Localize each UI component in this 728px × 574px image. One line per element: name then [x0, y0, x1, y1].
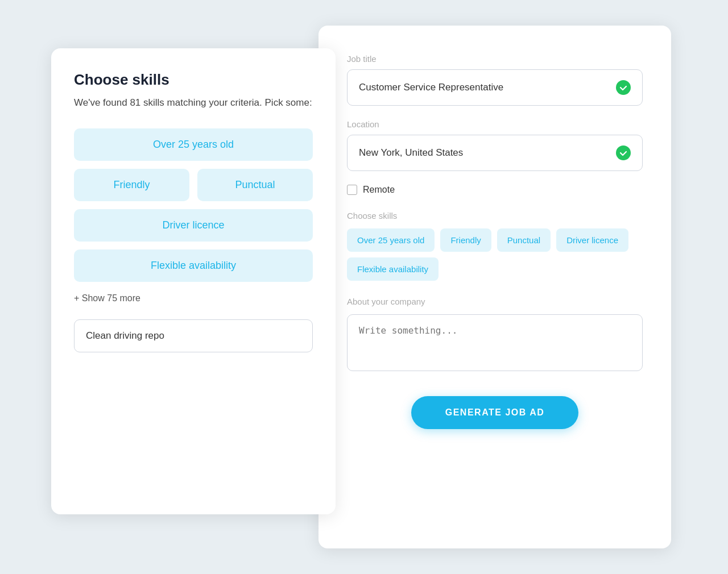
location-check-icon [616, 145, 631, 160]
remote-row: Remote [347, 185, 643, 195]
about-label: About your company [347, 297, 643, 306]
skill-row-3: Driver licence [74, 209, 313, 242]
skill-row-1: Over 25 years old [74, 128, 313, 161]
location-field[interactable]: New York, United States [347, 135, 643, 171]
about-textarea[interactable] [347, 314, 643, 371]
skills-list: Over 25 years old Friendly Punctual Driv… [74, 128, 313, 282]
right-chip-flexible[interactable]: Flexible availability [347, 257, 439, 281]
job-title-label: Job title [347, 54, 643, 64]
right-chip-over-25[interactable]: Over 25 years old [347, 228, 435, 252]
location-value: New York, United States [359, 147, 463, 159]
show-more-link[interactable]: + Show 75 more [74, 293, 313, 303]
right-chip-punctual[interactable]: Punctual [497, 228, 551, 252]
skill-chip-punctual[interactable]: Punctual [197, 169, 313, 201]
job-title-value: Customer Service Representative [359, 82, 503, 93]
remote-checkbox[interactable] [347, 185, 357, 195]
right-skills-chips: Over 25 years old Friendly Punctual Driv… [347, 228, 643, 281]
choose-skills-label: Choose skills [347, 211, 643, 221]
right-panel: Job title Customer Service Representativ… [318, 26, 671, 548]
job-title-field[interactable]: Customer Service Representative [347, 69, 643, 106]
left-title: Choose skills [74, 71, 313, 89]
location-label: Location [347, 119, 643, 129]
left-panel: Choose skills We've found 81 skills matc… [51, 48, 336, 514]
skill-search-input[interactable] [74, 319, 313, 352]
skill-row-4: Flexible availability [74, 249, 313, 282]
main-container: Choose skills We've found 81 skills matc… [51, 26, 677, 548]
left-subtitle: We've found 81 skills matching your crit… [74, 95, 313, 110]
skill-row-2: Friendly Punctual [74, 169, 313, 201]
job-title-check-icon [616, 80, 631, 95]
skill-chip-driver-licence[interactable]: Driver licence [74, 209, 313, 242]
skill-chip-friendly[interactable]: Friendly [74, 169, 189, 201]
generate-btn[interactable]: GENERATE JOB AD [411, 396, 579, 429]
right-chip-driver-licence[interactable]: Driver licence [556, 228, 628, 252]
skill-chip-over-25[interactable]: Over 25 years old [74, 128, 313, 161]
right-chip-friendly[interactable]: Friendly [440, 228, 491, 252]
remote-label: Remote [363, 185, 395, 195]
skill-chip-flexible[interactable]: Flexible availability [74, 249, 313, 282]
